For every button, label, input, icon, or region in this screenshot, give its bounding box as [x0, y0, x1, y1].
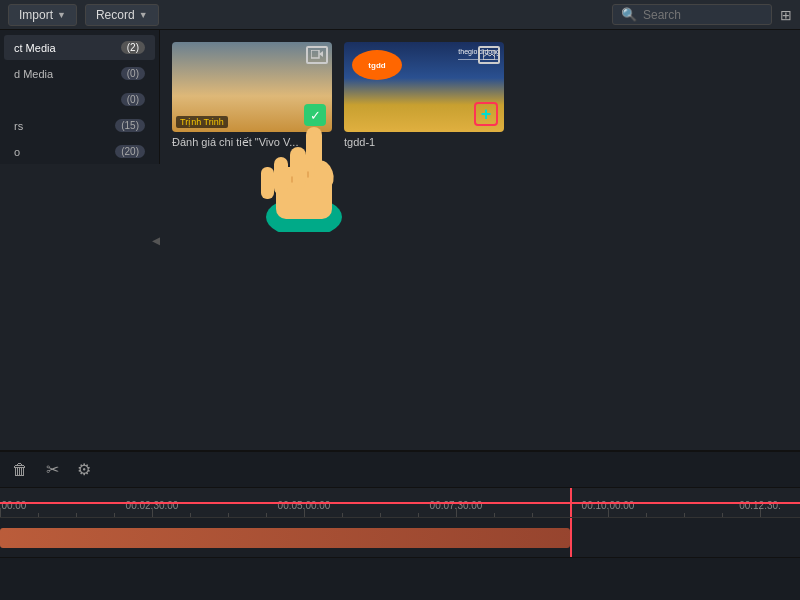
- svg-rect-4: [276, 167, 332, 219]
- mini-tick: [418, 513, 419, 517]
- media-panel: Trịnh Trinh ✓ Đánh giá chi tiết "Vivo V.…: [160, 30, 800, 450]
- mini-tick: [190, 513, 191, 517]
- timeline-ruler: 00:00:00:00 00:02:30:00 00:05:00:00 00:0…: [0, 488, 800, 518]
- thumb1-label: Trịnh Trinh: [176, 116, 228, 128]
- mini-tick: [266, 513, 267, 517]
- image-file-icon: [478, 46, 500, 64]
- filter-icon[interactable]: ⊞: [780, 7, 792, 23]
- main-area: ct Media (2) d Media (0) (0) rs (15) o (…: [0, 30, 800, 450]
- ruler-tick-0: [0, 509, 1, 517]
- list-item[interactable]: Trịnh Trinh ✓ Đánh giá chi tiết "Vivo V.…: [172, 42, 332, 149]
- sidebar-item-3[interactable]: (0): [4, 87, 155, 112]
- import-label: Import: [19, 8, 53, 22]
- timeline-clip[interactable]: [0, 528, 570, 548]
- mini-tick: [494, 513, 495, 517]
- svg-rect-6: [290, 147, 306, 189]
- mini-tick: [532, 513, 533, 517]
- mini-tick: [380, 513, 381, 517]
- sidebar-count-1: (0): [121, 67, 145, 80]
- sidebar-item-5[interactable]: o (20): [4, 139, 155, 164]
- media-item-label-1: Đánh giá chi tiết "Vivo V...: [172, 136, 332, 149]
- ruler-tick-5: [760, 509, 761, 517]
- media-thumbnail-2: tgdd thegioididong—————— +: [344, 42, 504, 132]
- timeline: 🗑 ✂ ⚙ 00:00:00:00 00:02:30:00 00:05:00:0…: [0, 450, 800, 600]
- ruler-tick-1: [152, 509, 153, 517]
- sidebar-item-label: rs: [14, 120, 23, 132]
- record-label: Record: [96, 8, 135, 22]
- search-input[interactable]: [643, 8, 763, 22]
- svg-rect-8: [261, 167, 274, 199]
- search-icon: 🔍: [621, 7, 637, 22]
- playhead[interactable]: ✂: [570, 488, 572, 518]
- record-chevron-icon: ▼: [139, 10, 148, 20]
- mini-tick: [228, 513, 229, 517]
- video-file-icon: [306, 46, 328, 64]
- svg-rect-7: [274, 157, 288, 195]
- search-box[interactable]: 🔍: [612, 4, 772, 25]
- timeline-toolbar: 🗑 ✂ ⚙: [0, 452, 800, 488]
- sidebar-count-3: (15): [115, 119, 145, 132]
- mini-tick: [76, 513, 77, 517]
- sliders-button[interactable]: ⚙: [77, 460, 91, 479]
- timeline-track: [0, 518, 800, 558]
- main-toolbar: Import ▼ Record ▼ 🔍 ⊞: [0, 0, 800, 30]
- svg-point-9: [311, 158, 337, 190]
- mini-tick: [684, 513, 685, 517]
- ruler-tick-3: [456, 509, 457, 517]
- store-sign-icon: tgdd: [352, 50, 402, 80]
- ruler-tick-4: [608, 509, 609, 517]
- ruler-tick-2: [304, 509, 305, 517]
- sidebar-item-project-media[interactable]: ct Media (2): [4, 35, 155, 60]
- mini-tick: [646, 513, 647, 517]
- scissors-button[interactable]: ✂: [46, 460, 59, 479]
- mini-tick: [722, 513, 723, 517]
- sidebar-count-0: (2): [121, 41, 145, 54]
- sidebar-item-label: d Media: [14, 68, 53, 80]
- playhead-track: [570, 518, 572, 557]
- import-button[interactable]: Import ▼: [8, 4, 77, 26]
- sidebar-item-label: ct Media: [14, 42, 56, 54]
- sidebar-item-imported-media[interactable]: d Media (0): [4, 61, 155, 86]
- mini-tick: [342, 513, 343, 517]
- sidebar-item-label: o: [14, 146, 20, 158]
- media-grid: Trịnh Trinh ✓ Đánh giá chi tiết "Vivo V.…: [172, 42, 788, 149]
- record-button[interactable]: Record ▼: [85, 4, 159, 26]
- svg-rect-0: [311, 50, 319, 58]
- add-to-timeline-badge[interactable]: +: [474, 102, 498, 126]
- mini-tick: [114, 513, 115, 517]
- sidebar: ct Media (2) d Media (0) (0) rs (15) o (…: [0, 30, 160, 450]
- timeline-red-line: [0, 502, 800, 504]
- svg-point-3: [266, 197, 342, 232]
- import-chevron-icon: ▼: [57, 10, 66, 20]
- list-item[interactable]: tgdd thegioididong—————— + tgdd-1: [344, 42, 504, 149]
- delete-button[interactable]: 🗑: [12, 461, 28, 479]
- sidebar-count-4: (20): [115, 145, 145, 158]
- media-item-label-2: tgdd-1: [344, 136, 504, 148]
- sidebar-item-4[interactable]: rs (15): [4, 113, 155, 138]
- sidebar-count-2: (0): [121, 93, 145, 106]
- sidebar-panel: ct Media (2) d Media (0) (0) rs (15) o (…: [0, 30, 160, 164]
- media-thumbnail-1: Trịnh Trinh ✓: [172, 42, 332, 132]
- check-badge: ✓: [304, 104, 326, 126]
- mini-tick: [38, 513, 39, 517]
